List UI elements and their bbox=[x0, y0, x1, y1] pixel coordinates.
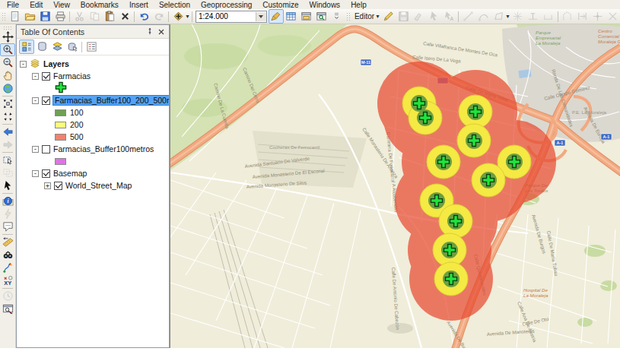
legend-swatch[interactable] bbox=[55, 158, 66, 165]
find-tool[interactable] bbox=[0, 248, 15, 261]
menu-item-bookmarks[interactable]: Bookmarks bbox=[75, 1, 124, 9]
collapse-icon[interactable]: - bbox=[20, 61, 27, 68]
delete-button[interactable] bbox=[117, 9, 132, 24]
close-icon[interactable] bbox=[155, 27, 167, 37]
collapse-icon[interactable]: - bbox=[32, 146, 39, 153]
toc-options-button[interactable] bbox=[84, 40, 99, 54]
menu-item-view[interactable]: View bbox=[48, 1, 75, 9]
select-features-tool[interactable] bbox=[0, 154, 15, 166]
pan-extent-tool[interactable] bbox=[0, 30, 15, 43]
straight-segment-tool[interactable] bbox=[460, 9, 475, 24]
menu-item-windows[interactable]: Windows bbox=[304, 1, 346, 9]
menu-item-insert[interactable]: Insert bbox=[124, 1, 154, 9]
menu-item-help[interactable]: Help bbox=[345, 1, 372, 9]
fixed-zoom-in-button[interactable] bbox=[0, 97, 15, 110]
reshape-feature-tool[interactable] bbox=[560, 9, 575, 24]
table-window-button[interactable] bbox=[284, 9, 299, 24]
hyperlink-tool[interactable] bbox=[0, 207, 15, 220]
menu-item-edit[interactable]: Edit bbox=[24, 1, 48, 9]
collapse-icon[interactable]: - bbox=[32, 170, 39, 177]
layer-label[interactable]: Farmacias_Buffer100metros bbox=[53, 144, 154, 154]
create-viewer-window-tool[interactable] bbox=[0, 302, 15, 315]
menu-item-selection[interactable]: Selection bbox=[154, 1, 196, 9]
fixed-zoom-out-button[interactable] bbox=[0, 110, 15, 123]
layer-label[interactable]: Farmacias_Buffer100_200_500m bbox=[53, 96, 169, 105]
zoom-out-tool[interactable] bbox=[0, 56, 15, 69]
pin-icon[interactable] bbox=[144, 27, 155, 37]
menu-item-file[interactable]: File bbox=[2, 1, 24, 9]
layer-label[interactable]: Layers bbox=[43, 59, 69, 68]
endpoint-arc-tool[interactable] bbox=[541, 9, 556, 24]
time-slider-button[interactable] bbox=[0, 290, 15, 302]
new-map-button[interactable] bbox=[7, 9, 22, 24]
edit-vertices-tool[interactable] bbox=[426, 9, 441, 24]
edit-tool[interactable] bbox=[380, 9, 396, 24]
point-tool[interactable] bbox=[510, 9, 526, 24]
list-by-selection-button[interactable] bbox=[65, 40, 80, 54]
layer-label[interactable]: 500 bbox=[70, 132, 84, 141]
expand-icon[interactable]: + bbox=[44, 182, 51, 189]
search-window-button[interactable] bbox=[314, 9, 329, 24]
identify-tool[interactable]: i bbox=[0, 195, 15, 207]
legend-swatch[interactable] bbox=[55, 134, 66, 141]
collapse-icon[interactable]: - bbox=[32, 73, 39, 80]
add-data-button-dropdown-arrow[interactable]: ▼ bbox=[185, 14, 190, 19]
layer-label[interactable]: 200 bbox=[70, 120, 84, 129]
cut-button[interactable] bbox=[72, 9, 87, 24]
html-popup-tool[interactable] bbox=[0, 220, 15, 233]
layer-label[interactable]: 100 bbox=[70, 108, 84, 117]
full-extent-button[interactable] bbox=[0, 82, 15, 95]
menu-item-customize[interactable]: Customize bbox=[257, 1, 304, 9]
cut-polygons-tool[interactable] bbox=[606, 9, 620, 24]
save-edits-button[interactable] bbox=[396, 9, 411, 24]
layer-visibility-checkbox[interactable] bbox=[42, 169, 50, 178]
annotation-arrow-tool[interactable]: A bbox=[441, 9, 456, 24]
print-button[interactable] bbox=[52, 9, 68, 24]
split-tool[interactable] bbox=[575, 9, 590, 24]
layer-label[interactable]: Basemap bbox=[53, 169, 87, 178]
layer-visibility-checkbox[interactable] bbox=[42, 145, 50, 154]
previous-extent-button[interactable] bbox=[0, 125, 15, 138]
catalog-window-button[interactable] bbox=[299, 9, 314, 24]
redo-button[interactable] bbox=[151, 9, 167, 24]
copy-button[interactable] bbox=[87, 9, 102, 24]
scale-dropdown-arrow[interactable] bbox=[256, 12, 266, 21]
legend-swatch[interactable] bbox=[55, 109, 66, 116]
toolbar-overflow-button[interactable] bbox=[329, 9, 345, 24]
pan-tool[interactable] bbox=[0, 69, 15, 82]
layer-label[interactable]: World_Street_Map bbox=[65, 181, 132, 190]
select-elements-tool[interactable] bbox=[0, 179, 15, 192]
edit-annotation-tool[interactable] bbox=[411, 9, 426, 24]
save-button[interactable] bbox=[37, 9, 52, 24]
scale-input[interactable] bbox=[196, 12, 256, 21]
list-by-source-button[interactable] bbox=[34, 40, 49, 54]
layer-visibility-checkbox[interactable] bbox=[42, 97, 50, 105]
map-scale-combobox[interactable] bbox=[196, 11, 267, 23]
measure-tool[interactable] bbox=[0, 236, 15, 248]
collapse-icon[interactable]: - bbox=[32, 97, 39, 104]
legend-swatch[interactable] bbox=[55, 122, 66, 128]
trace-tool-dropdown-arrow[interactable]: ▼ bbox=[505, 14, 510, 19]
arc-segment-tool[interactable] bbox=[475, 9, 491, 24]
find-route-tool[interactable] bbox=[0, 261, 15, 274]
go-to-xy-tool[interactable]: XY bbox=[0, 274, 15, 287]
layer-visibility-checkbox[interactable] bbox=[54, 182, 62, 190]
map-view[interactable]: Camino De La CuerdaCamino Del CerroAveni… bbox=[170, 24, 620, 348]
list-by-drawing-order-button[interactable] bbox=[19, 40, 34, 54]
next-extent-button[interactable] bbox=[0, 138, 15, 151]
add-data-button[interactable] bbox=[170, 9, 186, 24]
zoom-in-tool[interactable] bbox=[0, 43, 15, 56]
menu-item-geoprocessing[interactable]: Geoprocessing bbox=[196, 1, 257, 9]
move-node-tool[interactable] bbox=[590, 9, 606, 24]
pharmacy-cross-symbol[interactable] bbox=[55, 81, 67, 95]
editor-toolbar-toggle[interactable] bbox=[269, 9, 284, 24]
open-button[interactable] bbox=[22, 9, 37, 24]
midpoint-tool[interactable] bbox=[526, 9, 541, 24]
trace-tool[interactable] bbox=[491, 9, 506, 24]
layer-visibility-checkbox[interactable] bbox=[42, 72, 50, 81]
clear-selection-button[interactable] bbox=[0, 166, 15, 179]
layer-label[interactable]: Farmacias bbox=[53, 71, 91, 81]
list-by-visibility-button[interactable] bbox=[49, 40, 65, 54]
editor-menu-button[interactable]: Editor bbox=[351, 12, 376, 21]
paste-button[interactable] bbox=[102, 9, 117, 24]
